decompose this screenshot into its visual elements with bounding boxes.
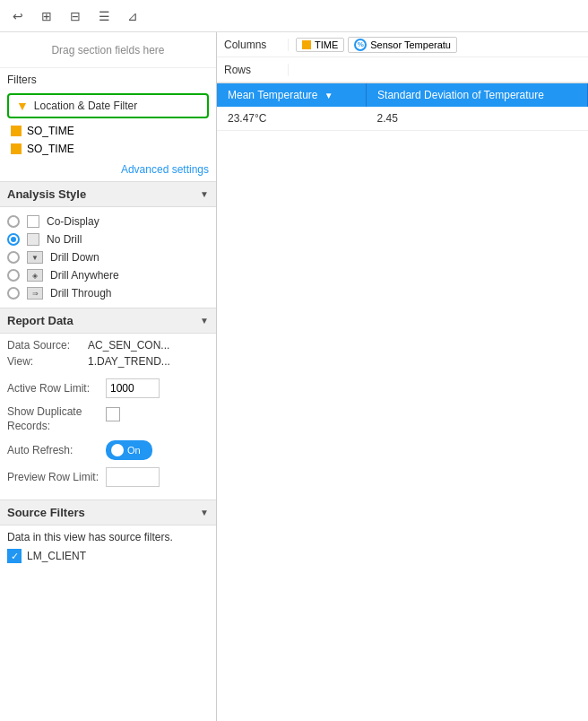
time-pill[interactable]: TIME (296, 38, 344, 52)
show-duplicate-row: Show Duplicate Records: (7, 405, 209, 433)
co-display-item[interactable]: Co-Display (7, 213, 209, 230)
auto-refresh-label: Auto Refresh: (7, 444, 106, 456)
data-table-area: Mean Temperature ▼ Standard Deviation of… (217, 83, 588, 721)
main-area: Drag section fields here Filters ▼ Locat… (0, 32, 588, 721)
co-display-radio[interactable] (7, 215, 20, 228)
location-date-filter[interactable]: ▼ Location & Date Filter (7, 93, 209, 118)
no-drill-icon (27, 233, 39, 246)
report-data-header[interactable]: Report Data ▼ (0, 308, 216, 334)
view-label: View: (7, 355, 88, 368)
source-filters-header[interactable]: Source Filters ▼ (0, 499, 216, 526)
preview-row-limit-label: Preview Row Limit: (7, 471, 106, 483)
drill-through-icon: ⇒ (27, 287, 43, 300)
drill-down-item[interactable]: ▼ Drill Down (7, 248, 209, 266)
time-pill-label: TIME (315, 39, 338, 50)
filters-label: Filters (0, 68, 216, 90)
rows-label: Rows (217, 64, 289, 76)
so-time-item-1: SO_TIME (0, 122, 216, 140)
data-source-value: AC_SEN_CON... (88, 339, 169, 352)
so-time-icon-1 (11, 126, 22, 136)
so-time-icon-2 (11, 143, 22, 154)
analysis-style-chevron: ▼ (200, 189, 209, 199)
analysis-style-label: Analysis Style (7, 187, 86, 201)
data-table: Mean Temperature ▼ Standard Deviation of… (217, 83, 588, 131)
sensor-pill[interactable]: % Sensor Temperatu (348, 37, 457, 53)
filter-funnel-icon: ▼ (16, 99, 29, 113)
active-row-limit-input[interactable] (106, 378, 160, 398)
show-duplicate-checkbox[interactable] (106, 407, 120, 421)
sensor-pct-icon: % (354, 39, 367, 51)
location-date-filter-label: Location & Date Filter (34, 100, 137, 112)
analysis-style-content: Co-Display No Drill ▼ Drill Down ◈ Drill… (0, 207, 216, 308)
active-row-limit-label: Active Row Limit: (7, 382, 106, 395)
std-dev-cell: 2.45 (367, 107, 588, 131)
no-drill-item[interactable]: No Drill (7, 230, 209, 248)
col-row-area: Columns TIME % Sensor Temperatu Rows (217, 32, 588, 83)
mean-temp-header[interactable]: Mean Temperature ▼ (217, 83, 367, 107)
columns-label: Columns (217, 39, 289, 51)
report-data-chevron: ▼ (200, 316, 209, 326)
so-time-item-2: SO_TIME (0, 140, 216, 158)
view-row: View: 1.DAY_TREND... (7, 355, 209, 368)
drill-down-radio[interactable] (7, 251, 20, 264)
preview-row-limit-row: Preview Row Limit: (7, 467, 209, 487)
table-header-row: Mean Temperature ▼ Standard Deviation of… (217, 83, 588, 107)
toolbar: ↩ ⊞ ⊟ ☰ ⊿ (0, 0, 588, 32)
time-yellow-icon (302, 40, 311, 49)
drill-through-item[interactable]: ⇒ Drill Through (7, 284, 209, 302)
columns-row: Columns TIME % Sensor Temperatu (217, 32, 588, 57)
so-time-label-1: SO_TIME (27, 125, 74, 137)
undo-icon[interactable]: ↩ (7, 5, 29, 27)
std-dev-header[interactable]: Standard Deviation of Temperature (367, 83, 588, 107)
drill-anywhere-radio[interactable] (7, 269, 20, 282)
drill-anywhere-item[interactable]: ◈ Drill Anywhere (7, 266, 209, 284)
columns-icon[interactable]: ⊟ (65, 5, 86, 27)
lm-client-checkbox[interactable]: ✓ (7, 549, 22, 563)
lm-client-item[interactable]: ✓ LM_CLIENT (7, 549, 209, 563)
drill-anywhere-icon: ◈ (27, 269, 43, 282)
list-icon[interactable]: ☰ (93, 5, 115, 27)
active-row-limit-row: Active Row Limit: (7, 378, 209, 398)
drill-down-icon: ▼ (27, 251, 43, 264)
source-filters-info: Data in this view has source filters. (7, 531, 209, 543)
toggle-dot (111, 444, 124, 456)
left-panel: Drag section fields here Filters ▼ Locat… (0, 32, 217, 721)
drag-section: Drag section fields here (0, 32, 216, 68)
co-display-label: Co-Display (47, 215, 99, 228)
analysis-style-header[interactable]: Analysis Style ▼ (0, 181, 216, 207)
lm-client-label: LM_CLIENT (27, 550, 86, 562)
view-value: 1.DAY_TREND... (88, 355, 170, 368)
drill-through-label: Drill Through (50, 287, 111, 300)
source-filters-content: Data in this view has source filters. ✓ … (0, 526, 216, 569)
drill-through-radio[interactable] (7, 287, 20, 300)
table-icon[interactable]: ⊞ (36, 5, 57, 27)
rows-row: Rows (217, 57, 588, 83)
right-panel: Columns TIME % Sensor Temperatu Rows (217, 32, 588, 721)
so-time-label-2: SO_TIME (27, 143, 74, 155)
advanced-settings-link[interactable]: Advanced settings (0, 158, 216, 181)
mean-temp-cell: 23.47°C (217, 107, 367, 131)
report-data-content: Data Source: AC_SEN_CON... View: 1.DAY_T… (0, 334, 216, 499)
show-duplicate-label: Show Duplicate Records: (7, 405, 106, 433)
sensor-pill-label: Sensor Temperatu (370, 39, 451, 50)
co-display-checkbox[interactable] (27, 215, 39, 228)
toggle-on-label: On (127, 445, 141, 456)
auto-refresh-toggle[interactable]: On (106, 440, 152, 460)
report-data-label: Report Data (7, 314, 74, 327)
source-filters-label: Source Filters (7, 506, 85, 519)
data-source-row: Data Source: AC_SEN_CON... (7, 339, 209, 352)
drill-down-label: Drill Down (50, 251, 99, 264)
auto-refresh-row: Auto Refresh: On (7, 440, 209, 460)
columns-items: TIME % Sensor Temperatu (289, 37, 464, 53)
source-filters-chevron: ▼ (200, 508, 209, 517)
table-row: 23.47°C 2.45 (217, 107, 588, 131)
filter-icon[interactable]: ⊿ (122, 5, 143, 27)
no-drill-radio[interactable] (7, 233, 20, 246)
drill-anywhere-label: Drill Anywhere (50, 269, 119, 282)
data-source-label: Data Source: (7, 339, 88, 352)
mean-temp-sort-icon: ▼ (324, 91, 333, 100)
no-drill-label: No Drill (47, 233, 82, 246)
preview-row-limit-input[interactable] (106, 467, 160, 487)
